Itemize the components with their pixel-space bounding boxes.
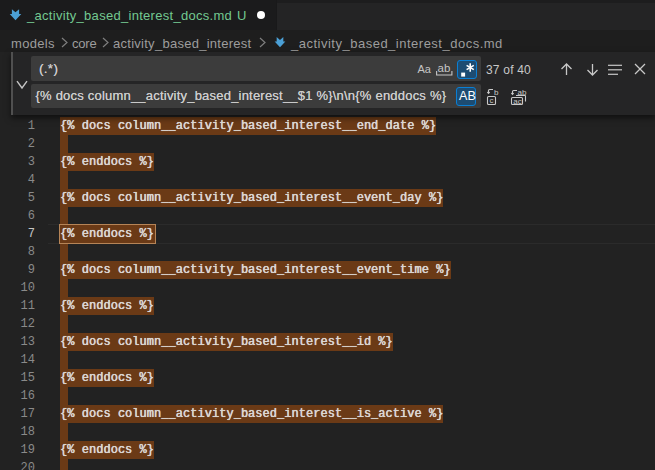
svg-text:ab: ab <box>518 88 527 97</box>
svg-text:ac: ac <box>513 97 521 106</box>
svg-text:b: b <box>494 88 499 97</box>
svg-text:c: c <box>489 96 493 105</box>
